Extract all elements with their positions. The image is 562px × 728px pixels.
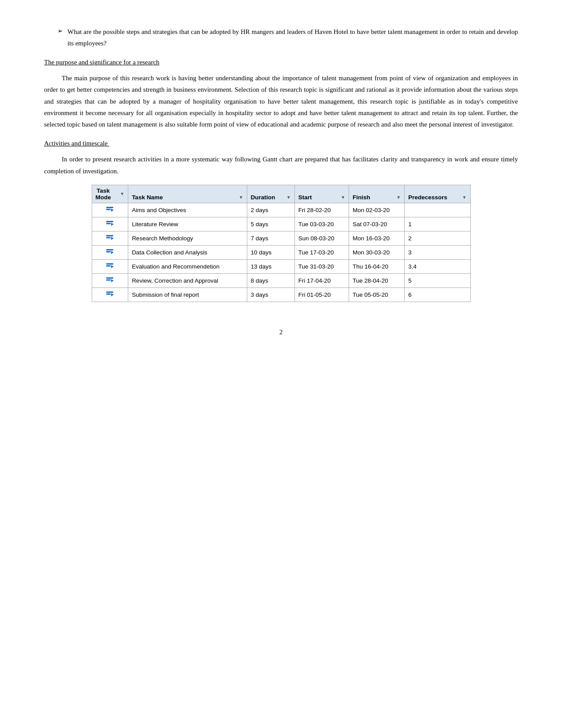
task-duration-cell: 3 days xyxy=(247,287,294,302)
task-duration-cell: 5 days xyxy=(247,217,294,231)
table-row: Data Collection and Analysis10 daysTue 1… xyxy=(92,245,470,259)
svg-rect-3 xyxy=(106,221,113,222)
task-finish-cell: Thu 16-04-20 xyxy=(349,259,405,273)
task-mode-cell xyxy=(92,259,128,273)
bullet-text: What are the possible steps and strategi… xyxy=(67,26,518,49)
col-start-dropdown-icon[interactable]: ▼ xyxy=(341,195,345,200)
task-start-cell: Sun 08-03-20 xyxy=(294,231,349,245)
svg-marker-20 xyxy=(111,293,114,296)
table-row: Literature Review5 daysTue 03-03-20Sat 0… xyxy=(92,217,470,231)
svg-marker-14 xyxy=(111,265,114,268)
svg-rect-19 xyxy=(106,293,111,295)
task-name-cell: Research Methodology xyxy=(128,231,247,245)
task-name-cell: Literature Review xyxy=(128,217,247,231)
task-name-cell: Submission of final report xyxy=(128,287,247,302)
task-start-cell: Tue 31-03-20 xyxy=(294,259,349,273)
svg-marker-11 xyxy=(111,251,114,254)
task-mode-icon xyxy=(106,263,114,269)
col-header-start[interactable]: Start ▼ xyxy=(294,185,349,203)
task-name-cell: Aims and Objectives xyxy=(128,203,247,217)
svg-marker-2 xyxy=(111,209,114,212)
task-predecessors-cell: 5 xyxy=(405,273,470,287)
task-mode-cell xyxy=(92,217,128,231)
task-finish-cell: Mon 30-03-20 xyxy=(349,245,405,259)
section2-paragraph: In order to present research activities … xyxy=(44,153,518,177)
task-finish-cell: Tue 28-04-20 xyxy=(349,273,405,287)
table-row: Review, Correction and Approval8 daysFri… xyxy=(92,273,470,287)
task-duration-cell: 2 days xyxy=(247,203,294,217)
svg-rect-0 xyxy=(106,207,113,208)
task-mode-cell xyxy=(92,245,128,259)
task-predecessors-cell: 3 xyxy=(405,245,470,259)
col-header-predecessors-label: Predecessors xyxy=(408,194,447,201)
section2-heading: Activities and timescale xyxy=(44,140,518,147)
table-row: Aims and Objectives2 daysFri 28-02-20Mon… xyxy=(92,203,470,217)
task-start-cell: Tue 03-03-20 xyxy=(294,217,349,231)
page-number: 2 xyxy=(44,329,518,336)
table-row: Submission of final report3 daysFri 01-0… xyxy=(92,287,470,302)
task-start-cell: Fri 28-02-20 xyxy=(294,203,349,217)
svg-rect-4 xyxy=(106,223,111,224)
col-header-name-label: Task Name xyxy=(132,194,163,201)
table-row: Evaluation and Recommendetion13 daysTue … xyxy=(92,259,470,273)
col-predecessors-dropdown-icon[interactable]: ▼ xyxy=(462,195,467,200)
col-finish-dropdown-icon[interactable]: ▼ xyxy=(396,195,401,200)
col-name-dropdown-icon[interactable]: ▼ xyxy=(239,195,243,200)
task-predecessors-cell: 6 xyxy=(405,287,470,302)
svg-rect-12 xyxy=(106,263,113,265)
task-mode-icon xyxy=(106,235,114,241)
task-predecessors-cell xyxy=(405,203,470,217)
task-start-cell: Fri 17-04-20 xyxy=(294,273,349,287)
svg-rect-16 xyxy=(106,279,111,280)
task-mode-cell xyxy=(92,273,128,287)
task-finish-cell: Mon 16-03-20 xyxy=(349,231,405,245)
col-header-finish-label: Finish xyxy=(353,194,370,201)
col-header-duration-label: Duration xyxy=(251,194,275,201)
bullet-arrow-icon: ➢ xyxy=(57,27,63,49)
svg-rect-13 xyxy=(106,265,111,266)
task-finish-cell: Sat 07-03-20 xyxy=(349,217,405,231)
svg-marker-8 xyxy=(111,237,114,240)
task-mode-icon xyxy=(106,277,114,283)
svg-rect-18 xyxy=(106,291,113,293)
task-finish-cell: Tue 05-05-20 xyxy=(349,287,405,302)
task-mode-cell xyxy=(92,287,128,302)
task-name-cell: Review, Correction and Approval xyxy=(128,273,247,287)
svg-marker-17 xyxy=(111,279,114,282)
section1-heading: The purpose and significance for a resea… xyxy=(44,59,518,66)
col-header-duration[interactable]: Duration ▼ xyxy=(247,185,294,203)
task-duration-cell: 13 days xyxy=(247,259,294,273)
task-mode-cell xyxy=(92,203,128,217)
task-mode-cell xyxy=(92,231,128,245)
task-mode-icon xyxy=(106,291,114,297)
task-finish-cell: Mon 02-03-20 xyxy=(349,203,405,217)
col-header-start-label: Start xyxy=(298,194,312,201)
task-start-cell: Tue 17-03-20 xyxy=(294,245,349,259)
svg-rect-9 xyxy=(106,249,113,250)
col-header-mode[interactable]: TaskMode ▼ xyxy=(92,185,128,203)
task-name-cell: Evaluation and Recommendetion xyxy=(128,259,247,273)
col-mode-dropdown-icon[interactable]: ▼ xyxy=(120,191,124,196)
table-header-row: TaskMode ▼ Task Name ▼ Duration ▼ xyxy=(92,185,470,203)
col-header-name[interactable]: Task Name ▼ xyxy=(128,185,247,203)
task-start-cell: Fri 01-05-20 xyxy=(294,287,349,302)
gantt-table-wrapper: TaskMode ▼ Task Name ▼ Duration ▼ xyxy=(92,185,471,302)
gantt-table: TaskMode ▼ Task Name ▼ Duration ▼ xyxy=(92,185,471,302)
task-predecessors-cell: 1 xyxy=(405,217,470,231)
section1-paragraph: The main purpose of this research work i… xyxy=(44,72,518,130)
svg-rect-10 xyxy=(106,251,111,252)
col-header-finish[interactable]: Finish ▼ xyxy=(349,185,405,203)
col-duration-dropdown-icon[interactable]: ▼ xyxy=(287,195,291,200)
task-mode-icon xyxy=(106,206,114,213)
task-duration-cell: 7 days xyxy=(247,231,294,245)
svg-rect-1 xyxy=(106,209,111,210)
task-duration-cell: 10 days xyxy=(247,245,294,259)
col-header-predecessors[interactable]: Predecessors ▼ xyxy=(405,185,470,203)
task-predecessors-cell: 3,4 xyxy=(405,259,470,273)
bullet-item: ➢ What are the possible steps and strate… xyxy=(44,26,518,49)
task-predecessors-cell: 2 xyxy=(405,231,470,245)
task-mode-icon xyxy=(106,220,114,227)
svg-rect-7 xyxy=(106,237,111,238)
svg-marker-5 xyxy=(111,223,114,226)
task-duration-cell: 8 days xyxy=(247,273,294,287)
